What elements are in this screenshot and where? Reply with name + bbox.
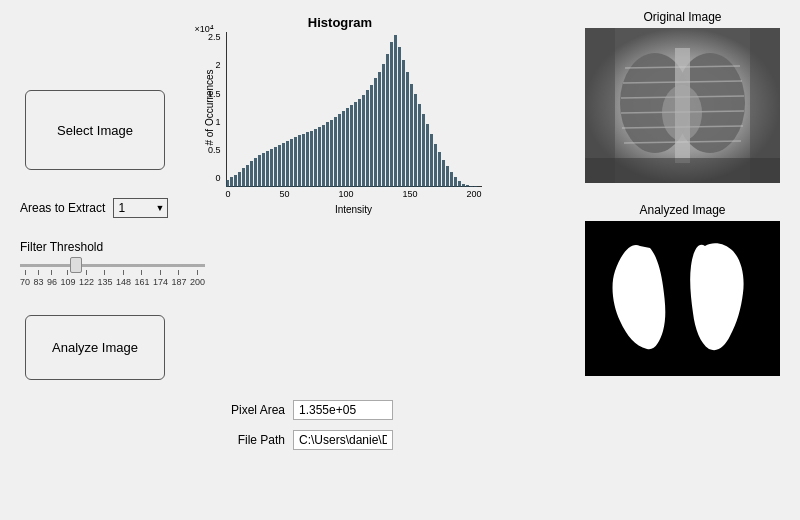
x-tick-0: 0 [226, 189, 231, 199]
analyzed-image-box [585, 221, 780, 376]
analyze-image-button[interactable]: Analyze Image [25, 315, 165, 380]
svg-rect-26 [322, 125, 325, 187]
svg-rect-44 [394, 35, 397, 187]
analyzed-section: Analyzed Image [585, 203, 780, 376]
svg-rect-48 [410, 84, 413, 187]
pixel-area-row: Pixel Area [215, 400, 415, 420]
x-tick-50: 50 [279, 189, 289, 199]
file-path-row: File Path [215, 430, 415, 450]
svg-rect-33 [350, 105, 353, 187]
y-axis-label: # of Occurrences [203, 69, 214, 145]
svg-rect-53 [430, 134, 433, 187]
y-tick-2.5: 2.5 [208, 32, 221, 42]
svg-rect-42 [386, 54, 389, 187]
areas-row: Areas to Extract 1 2 3 4 5 [20, 198, 195, 218]
svg-rect-11 [262, 153, 265, 187]
svg-rect-37 [366, 90, 369, 187]
areas-label: Areas to Extract [20, 201, 105, 215]
pixel-area-field[interactable] [293, 400, 393, 420]
histogram-svg [226, 32, 482, 187]
tick-mark: 187 [171, 270, 186, 287]
svg-rect-38 [370, 85, 373, 187]
svg-rect-36 [362, 95, 365, 187]
svg-rect-58 [450, 172, 453, 187]
y-tick-1: 1 [215, 117, 220, 127]
svg-rect-24 [314, 129, 317, 187]
x-tick-200: 200 [466, 189, 481, 199]
tick-mark: 161 [134, 270, 149, 287]
pixel-area-label: Pixel Area [215, 403, 285, 417]
areas-select[interactable]: 1 2 3 4 5 [113, 198, 168, 218]
svg-rect-21 [302, 134, 305, 187]
svg-rect-39 [374, 78, 377, 187]
svg-rect-2 [226, 180, 229, 187]
filter-label: Filter Threshold [20, 240, 195, 254]
original-image-box [585, 28, 780, 183]
svg-rect-20 [298, 135, 301, 187]
svg-rect-51 [422, 114, 425, 187]
svg-rect-62 [466, 185, 469, 187]
svg-rect-23 [310, 131, 313, 187]
svg-rect-7 [246, 165, 249, 187]
chart-wrapper: ×10⁴ 2.5 2 1.5 1 0.5 0 # of Occurrences [193, 32, 488, 232]
svg-rect-34 [354, 102, 357, 187]
svg-rect-28 [330, 120, 333, 187]
histogram-container: Histogram ×10⁴ 2.5 2 1.5 1 0.5 0 # of Oc… [190, 15, 490, 245]
tick-mark: 122 [79, 270, 94, 287]
svg-rect-60 [458, 181, 461, 187]
svg-rect-40 [378, 72, 381, 187]
svg-rect-32 [346, 108, 349, 187]
slider-container: 70 83 96 109 122 135 148 161 174 187 200 [20, 264, 205, 287]
svg-rect-8 [250, 161, 253, 187]
histogram-title: Histogram [190, 15, 490, 30]
tick-mark: 148 [116, 270, 131, 287]
tick-mark: 200 [190, 270, 205, 287]
svg-rect-27 [326, 122, 329, 187]
tick-mark: 174 [153, 270, 168, 287]
svg-rect-13 [270, 149, 273, 187]
slider-track [20, 264, 205, 267]
svg-rect-3 [230, 177, 233, 187]
svg-rect-41 [382, 64, 385, 187]
svg-rect-9 [254, 158, 257, 187]
svg-rect-54 [434, 144, 437, 187]
tick-mark: 70 [20, 270, 30, 287]
svg-rect-35 [358, 99, 361, 187]
svg-rect-25 [318, 127, 321, 187]
left-panel: Select Image Areas to Extract 1 2 3 4 5 … [0, 0, 210, 520]
svg-rect-4 [234, 175, 237, 187]
svg-rect-64 [474, 186, 477, 187]
svg-rect-29 [334, 117, 337, 187]
file-path-field[interactable] [293, 430, 393, 450]
svg-rect-19 [294, 137, 297, 187]
y-tick-0.5: 0.5 [208, 145, 221, 155]
svg-point-76 [662, 85, 702, 141]
tick-marks: 70 83 96 109 122 135 148 161 174 187 200 [20, 270, 205, 287]
x-axis-label: Intensity [226, 204, 482, 215]
svg-rect-10 [258, 155, 261, 187]
svg-rect-12 [266, 151, 269, 187]
svg-rect-59 [454, 177, 457, 187]
svg-rect-16 [282, 143, 285, 187]
analyzed-image-svg [585, 221, 780, 376]
svg-rect-6 [242, 168, 245, 187]
analyzed-image-title: Analyzed Image [585, 203, 780, 217]
x-tick-150: 150 [402, 189, 417, 199]
svg-rect-47 [406, 72, 409, 187]
areas-select-wrapper: 1 2 3 4 5 [113, 198, 168, 218]
x-tick-100: 100 [338, 189, 353, 199]
file-path-label: File Path [215, 433, 285, 447]
svg-rect-31 [342, 111, 345, 187]
svg-rect-18 [290, 139, 293, 187]
svg-rect-57 [446, 166, 449, 187]
right-panel: Original Image [585, 10, 780, 376]
tick-mark: 83 [33, 270, 43, 287]
svg-rect-63 [470, 186, 473, 187]
svg-rect-43 [390, 42, 393, 187]
svg-rect-55 [438, 152, 441, 187]
svg-rect-46 [402, 60, 405, 187]
svg-rect-14 [274, 147, 277, 187]
x-ticks: 0 50 100 150 200 [226, 189, 482, 199]
select-image-button[interactable]: Select Image [25, 90, 165, 170]
original-image-title: Original Image [585, 10, 780, 24]
